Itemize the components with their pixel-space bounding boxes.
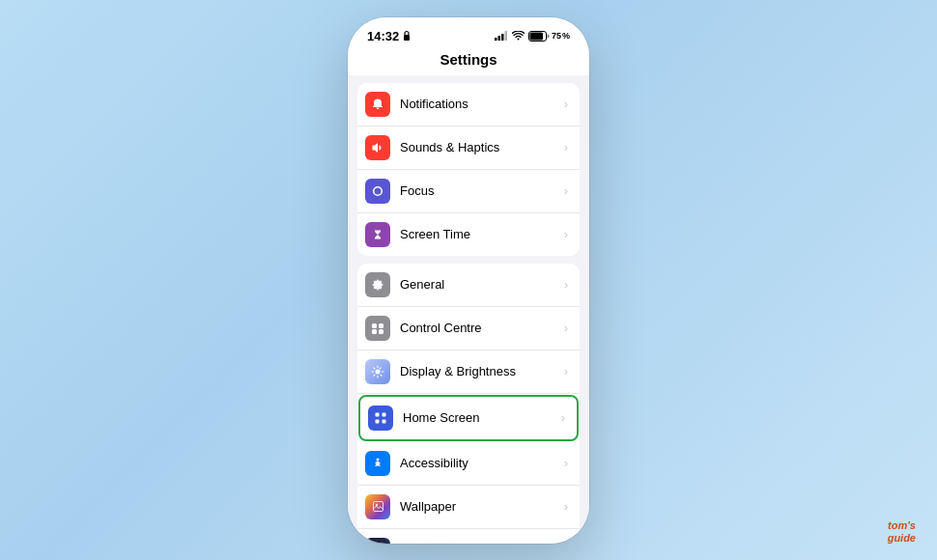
settings-row-focus[interactable]: Focus › — [357, 170, 580, 213]
focus-icon — [365, 179, 390, 204]
svg-rect-9 — [372, 329, 377, 334]
settings-row-screentime[interactable]: Screen Time › — [357, 213, 580, 256]
screentime-label: Screen Time — [400, 227, 560, 241]
time-display: 14:32 — [367, 29, 399, 43]
battery-status: 75% — [528, 31, 570, 42]
controlcentre-label: Control Centre — [400, 321, 560, 335]
grid-icon — [374, 411, 387, 425]
settings-row-wallpaper[interactable]: Wallpaper › — [357, 486, 580, 529]
sun-icon — [371, 365, 384, 378]
svg-rect-13 — [383, 412, 386, 416]
page-title: Settings — [440, 51, 497, 68]
svg-point-16 — [377, 458, 380, 461]
screentime-icon — [365, 222, 390, 247]
gear-icon — [371, 278, 384, 292]
status-bar: 14:32 — [348, 17, 589, 47]
siri-label: Siri & Search — [400, 543, 560, 544]
chevron-icon: › — [564, 97, 568, 111]
chevron-icon: › — [564, 456, 568, 470]
accessibility-icon — [365, 451, 390, 476]
svg-rect-7 — [372, 323, 377, 328]
focus-label: Focus — [400, 183, 560, 198]
homescreen-label: Home Screen — [403, 410, 557, 425]
chevron-icon: › — [564, 543, 568, 544]
svg-rect-12 — [376, 412, 380, 416]
sounds-label: Sounds & Haptics — [400, 140, 560, 154]
general-label: General — [400, 277, 560, 292]
battery-icon — [528, 31, 550, 42]
chevron-icon: › — [564, 183, 568, 198]
settings-row-sounds[interactable]: Sounds & Haptics › — [357, 126, 580, 170]
wifi-icon — [512, 31, 525, 41]
chevron-icon: › — [564, 321, 568, 335]
svg-rect-8 — [379, 323, 383, 328]
chevron-icon: › — [561, 410, 565, 425]
landscape-icon — [373, 501, 383, 512]
wallpaper-label: Wallpaper — [400, 499, 560, 514]
brand-logo: tom's guide — [888, 519, 916, 545]
speaker-icon — [371, 141, 384, 154]
svg-point-11 — [376, 369, 381, 374]
svg-rect-2 — [497, 36, 500, 41]
homescreen-icon — [368, 406, 393, 431]
notifications-icon — [365, 92, 390, 117]
notifications-label: Notifications — [400, 97, 560, 111]
svg-rect-15 — [383, 419, 386, 423]
chevron-icon: › — [564, 227, 568, 241]
siri-icon — [365, 538, 390, 544]
svg-rect-3 — [501, 34, 504, 41]
wallpaper-icon — [365, 494, 390, 519]
svg-rect-17 — [373, 502, 383, 512]
svg-rect-0 — [404, 35, 410, 41]
sounds-icon — [365, 135, 390, 160]
chevron-icon: › — [564, 277, 568, 292]
svg-rect-6 — [529, 32, 543, 40]
settings-row-accessibility[interactable]: Accessibility › — [357, 442, 580, 486]
chevron-icon: › — [564, 140, 568, 154]
settings-group-2: General › Control Centre › — [357, 264, 580, 544]
svg-rect-10 — [379, 329, 383, 334]
display-label: Display & Brightness — [400, 364, 560, 378]
display-icon — [365, 359, 390, 384]
settings-row-general[interactable]: General › — [357, 264, 580, 307]
settings-row-homescreen[interactable]: Home Screen › — [358, 395, 579, 441]
settings-row-siri[interactable]: Siri & Search › — [357, 529, 580, 544]
settings-content[interactable]: Notifications › Sounds & Haptics › — [348, 75, 589, 544]
svg-rect-4 — [504, 31, 507, 41]
settings-row-display[interactable]: Display & Brightness › — [357, 350, 580, 394]
moon-icon — [371, 184, 384, 198]
chevron-icon: › — [564, 499, 568, 514]
brand-line2: guide — [888, 532, 916, 545]
phone-frame: 14:32 — [348, 17, 589, 544]
sliders-icon — [371, 322, 384, 335]
svg-rect-1 — [495, 38, 497, 41]
bell-icon — [371, 98, 384, 111]
settings-header: Settings — [348, 47, 589, 75]
accessibility-label: Accessibility — [400, 456, 560, 470]
status-icons: 75% — [495, 31, 570, 42]
hourglass-icon — [371, 228, 384, 241]
battery-percent: 75 — [552, 31, 561, 41]
lock-icon — [402, 30, 412, 42]
chevron-icon: › — [564, 364, 568, 378]
settings-row-controlcentre[interactable]: Control Centre › — [357, 307, 580, 350]
settings-group-1: Notifications › Sounds & Haptics › — [357, 83, 580, 256]
svg-rect-14 — [376, 419, 380, 423]
settings-row-notifications[interactable]: Notifications › — [357, 83, 580, 126]
signal-icon — [495, 31, 508, 41]
general-icon — [365, 272, 390, 297]
accessibility-icon-svg — [371, 457, 384, 470]
status-time: 14:32 — [367, 29, 412, 43]
brand-line1: tom's — [888, 519, 916, 532]
controlcentre-icon — [365, 316, 390, 341]
